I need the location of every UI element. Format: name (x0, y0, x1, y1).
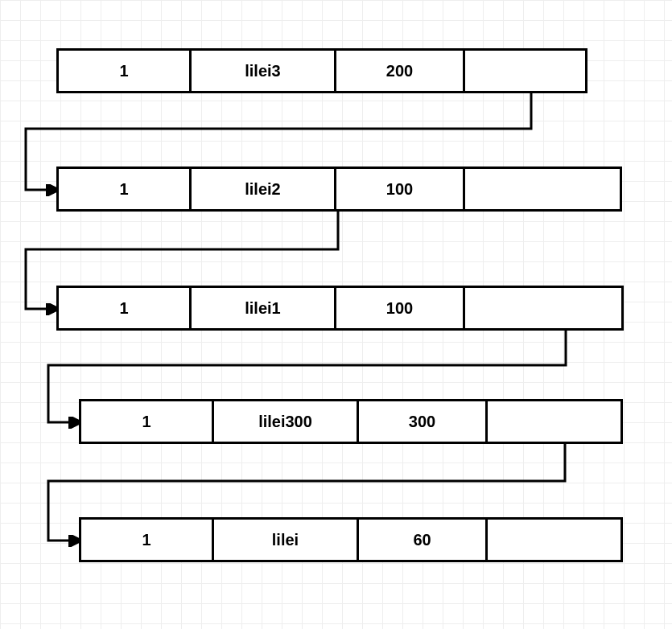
node-next-pointer-cell (465, 288, 621, 328)
linked-list-node: 1lilei1100 (56, 286, 624, 331)
linked-list-node: 1lilei3200 (56, 48, 587, 93)
node-name-cell: lilei300 (214, 401, 359, 442)
node-next-pointer-cell (465, 169, 620, 209)
linked-list-node: 1lilei300300 (79, 399, 623, 444)
node-value-cell: 100 (336, 288, 465, 328)
node-name-cell: lilei2 (192, 169, 336, 209)
node-id-cell: 1 (59, 51, 192, 91)
node-value-cell: 300 (359, 401, 488, 442)
node-name-cell: lilei1 (192, 288, 336, 328)
node-value-cell: 200 (336, 51, 465, 91)
node-id-cell: 1 (59, 169, 192, 209)
node-next-pointer-cell (465, 51, 585, 91)
node-value-cell: 100 (336, 169, 465, 209)
linked-list-node: 1lilei2100 (56, 166, 622, 212)
node-next-pointer-cell (488, 520, 620, 560)
node-value-cell: 60 (359, 520, 488, 560)
node-name-cell: lilei3 (192, 51, 336, 91)
node-id-cell: 1 (81, 520, 214, 560)
node-next-pointer-cell (488, 401, 620, 442)
node-id-cell: 1 (59, 288, 192, 328)
node-id-cell: 1 (81, 401, 214, 442)
linked-list-node: 1lilei60 (79, 517, 623, 562)
node-name-cell: lilei (214, 520, 359, 560)
